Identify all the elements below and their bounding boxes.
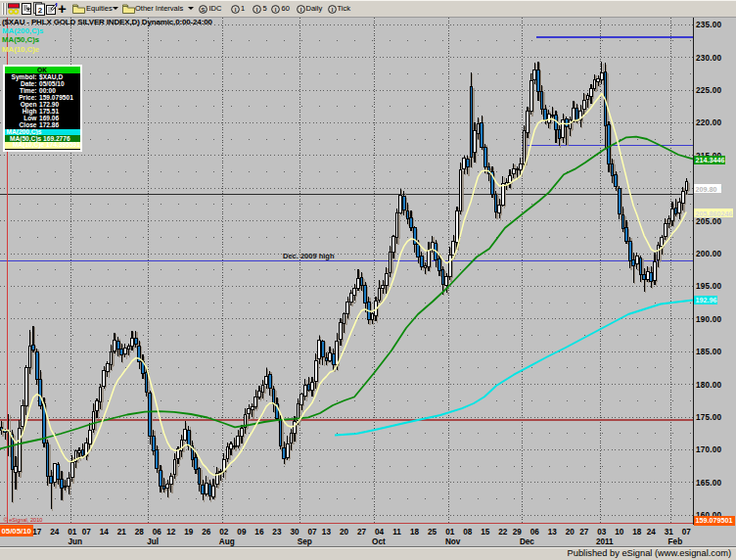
svg-text:20: 20 <box>566 528 575 537</box>
svg-text:01: 01 <box>68 528 77 537</box>
svg-text:17: 17 <box>32 528 42 537</box>
svg-text:2: 2 <box>38 6 43 15</box>
svg-text:07: 07 <box>307 528 317 537</box>
svg-text:21: 21 <box>117 528 127 537</box>
svg-text:04: 04 <box>375 528 385 537</box>
svg-text:220.00: 220.00 <box>696 118 721 127</box>
svg-text:27: 27 <box>357 528 367 537</box>
svg-text:209.80: 209.80 <box>696 185 717 194</box>
svg-text:18: 18 <box>410 528 420 537</box>
svg-text:I: I <box>274 7 276 13</box>
svg-text:Date:: Date: <box>21 80 37 87</box>
svg-text:I: I <box>299 7 301 13</box>
svg-text:30: 30 <box>290 528 299 537</box>
svg-text:19: 19 <box>184 528 194 537</box>
svg-text:14: 14 <box>100 528 110 537</box>
svg-text:172.90: 172.90 <box>39 101 60 108</box>
svg-text:15: 15 <box>481 528 490 537</box>
svg-text:MA(200,C)s: MA(200,C)s <box>2 26 44 35</box>
svg-text:Dec: Dec <box>520 537 534 546</box>
svg-text:MA(10,C)e: MA(10,C)e <box>2 45 40 54</box>
svg-text:02: 02 <box>219 528 229 537</box>
svg-text:00:00: 00:00 <box>39 87 56 94</box>
svg-text:Feb: Feb <box>668 537 683 546</box>
svg-text:230.00: 230.00 <box>696 54 721 63</box>
svg-text:Dec. 2009 high: Dec. 2009 high <box>283 252 335 260</box>
svg-text:05/05/10: 05/05/10 <box>39 80 65 87</box>
svg-text:© eSignal, 2010: © eSignal, 2010 <box>4 517 43 523</box>
svg-text:27: 27 <box>579 528 589 537</box>
svg-text:28: 28 <box>135 528 145 537</box>
svg-text:20: 20 <box>340 528 349 537</box>
svg-text:S: S <box>201 7 205 13</box>
svg-text:175.51: 175.51 <box>39 108 60 115</box>
svg-text:07: 07 <box>82 528 92 537</box>
svg-text:18: 18 <box>632 528 642 537</box>
svg-text:159.079501: 159.079501 <box>696 516 733 525</box>
svg-text:29: 29 <box>513 528 523 537</box>
svg-text:214.3446: 214.3446 <box>696 156 725 164</box>
svg-text:12: 12 <box>166 528 176 537</box>
svg-text:23: 23 <box>272 528 282 537</box>
svg-text:01: 01 <box>445 528 455 537</box>
svg-text:($XAU - PHLX GOLD SILVER INDEX: ($XAU - PHLX GOLD SILVER INDEX,D) Dynami… <box>2 18 212 26</box>
svg-text:13: 13 <box>548 528 558 537</box>
svg-text:07: 07 <box>682 528 692 537</box>
svg-text:16: 16 <box>254 528 264 537</box>
svg-text:Oct: Oct <box>372 537 386 546</box>
svg-text:24: 24 <box>50 528 60 537</box>
svg-text:10: 10 <box>615 528 624 537</box>
svg-text:180.00: 180.00 <box>696 381 721 390</box>
svg-text:06: 06 <box>530 528 540 537</box>
svg-text:Time:: Time: <box>20 87 36 94</box>
svg-text:MA(50,C)s: MA(50,C)s <box>2 35 40 44</box>
svg-text:13: 13 <box>322 528 332 537</box>
svg-text:2011: 2011 <box>596 537 614 546</box>
svg-text:09: 09 <box>237 528 247 537</box>
svg-text:03: 03 <box>597 528 607 537</box>
svg-text:200.00: 200.00 <box>696 250 721 258</box>
svg-text:192.96: 192.96 <box>696 296 717 304</box>
svg-text:08: 08 <box>463 528 473 537</box>
svg-text:159.079501: 159.079501 <box>39 94 73 101</box>
svg-text:235.00: 235.00 <box>696 21 721 29</box>
svg-text:Close: Close <box>20 121 37 128</box>
svg-text:Sep: Sep <box>298 537 312 546</box>
svg-text:Low: Low <box>23 115 37 121</box>
svg-text:11: 11 <box>392 528 401 537</box>
svg-text:I: I <box>234 7 236 13</box>
svg-text:MA(10,C)e 174.395591: MA(10,C)e 174.395591 <box>13 141 80 149</box>
svg-text:Nov: Nov <box>445 537 461 546</box>
svg-text:Price:: Price: <box>19 94 36 101</box>
svg-text:I: I <box>331 7 333 13</box>
svg-text:22: 22 <box>498 528 508 537</box>
svg-text:170.00: 170.00 <box>696 445 721 454</box>
svg-text:225.00: 225.00 <box>696 86 721 95</box>
svg-text:31: 31 <box>665 528 674 537</box>
svg-text:24: 24 <box>647 528 657 537</box>
svg-text:205.860246: 205.860246 <box>696 210 733 218</box>
svg-text:190.00: 190.00 <box>696 315 721 324</box>
svg-text:06: 06 <box>153 528 162 537</box>
svg-text:Jun: Jun <box>68 537 82 546</box>
svg-text:165.00: 165.00 <box>696 479 721 488</box>
svg-text:195.00: 195.00 <box>696 282 721 291</box>
svg-text:OK: OK <box>37 67 47 73</box>
svg-text:I: I <box>255 7 257 13</box>
svg-text:Aug: Aug <box>219 537 235 546</box>
svg-text:169.06: 169.06 <box>39 115 60 121</box>
svg-text:05/05/10: 05/05/10 <box>2 527 32 536</box>
svg-text:205.00: 205.00 <box>696 217 721 226</box>
svg-text:175.00: 175.00 <box>696 413 721 422</box>
svg-text:172.86: 172.86 <box>39 121 60 128</box>
svg-text:Jul: Jul <box>147 537 159 546</box>
svg-text:26: 26 <box>202 528 211 537</box>
svg-text:25: 25 <box>428 528 437 537</box>
svg-text:185.00: 185.00 <box>696 348 721 356</box>
